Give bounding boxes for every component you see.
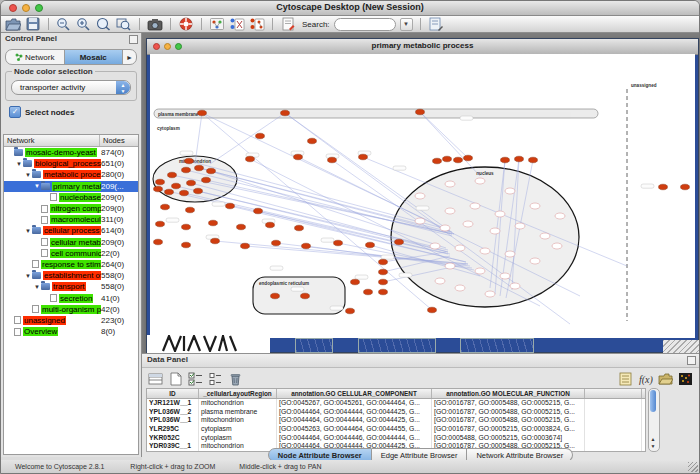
search-input[interactable]: [334, 18, 396, 31]
notes-icon[interactable]: [618, 372, 633, 386]
tree-row-overview[interactable]: Overview8(0): [4, 326, 138, 337]
tree-row-biological-process[interactable]: ▼biological_process651(0): [4, 158, 138, 169]
network-canvas[interactable]: plasma membranecytoplasmmitochondrionnuc…: [150, 54, 695, 338]
save-icon[interactable]: [25, 17, 41, 31]
attribute-list-icon[interactable]: [208, 372, 223, 386]
tree-row-cellular-process[interactable]: ▼cellular process614(0): [4, 225, 138, 236]
tree-row-mosaic-demo-yeast[interactable]: mosaic-demo-yeast874(0): [4, 147, 138, 158]
tree-header-network[interactable]: Network: [4, 135, 100, 146]
tree-row-label: cellular process: [43, 226, 101, 235]
attribute-editor-icon[interactable]: [428, 17, 444, 31]
selected-go-node: [202, 177, 211, 183]
tree-row-secretion[interactable]: secretion41(0): [4, 292, 138, 303]
selected-go-node: [207, 168, 216, 174]
zoom-in-icon[interactable]: [76, 17, 92, 31]
tree-row-response-to-stimulu[interactable]: response to stimulu264(0): [4, 259, 138, 270]
go-term-node: [505, 251, 515, 257]
window-resize-grip[interactable]: [688, 462, 698, 472]
tree-row-cellular-metabo[interactable]: cellular metabo209(0): [4, 237, 138, 248]
tree-row-transport[interactable]: ▼transport558(0): [4, 281, 138, 292]
tree-row-metabolic-process[interactable]: ▼metabolic process280(0): [4, 169, 138, 180]
selected-go-node: [379, 259, 388, 265]
expand-arrow-icon[interactable]: ▼: [24, 172, 32, 178]
tree-row-primary-metabo[interactable]: ▼primary metabo209(...: [4, 181, 138, 192]
folder-icon: [32, 227, 41, 234]
network-edge: [420, 112, 480, 176]
table-cell: [585, 416, 642, 425]
scrollbar-thumb[interactable]: [650, 390, 656, 412]
tree-row-count: 558(0): [101, 271, 138, 280]
column-header-_cellularLayoutRegion[interactable]: _cellularLayoutRegion: [199, 389, 277, 398]
more-tabs-arrow[interactable]: ►: [123, 50, 136, 64]
annotation-icon[interactable]: [280, 17, 296, 31]
overview-icon[interactable]: [209, 17, 225, 31]
matrix-icon[interactable]: [678, 372, 693, 386]
expand-arrow-icon[interactable]: ▼: [15, 161, 23, 167]
search-options-dropdown[interactable]: ▼: [400, 18, 413, 31]
attribute-table-icon[interactable]: [148, 372, 163, 386]
minimized-view-thumbnail[interactable]: [460, 338, 534, 353]
tree-row-cell-communicat[interactable]: cell communicat22(0): [4, 248, 138, 259]
expand-arrow-icon[interactable]: ▼: [33, 183, 41, 189]
zoom-fit-icon[interactable]: [116, 17, 132, 31]
tree-row-unassigned[interactable]: unassigned223(0): [4, 315, 138, 326]
selected-go-node: [295, 225, 304, 231]
minimized-view-thumbnail[interactable]: [358, 338, 436, 353]
selected-go-node: [395, 239, 404, 245]
column-header-annotation.GO CELLULAR_COMPONENT[interactable]: annotation.GO CELLULAR_COMPONENT: [277, 389, 432, 398]
color-attribute-select[interactable]: transporter activity ▲▼: [11, 80, 131, 95]
minimized-view-thumbnail[interactable]: [295, 338, 333, 353]
delete-attribute-icon[interactable]: [228, 372, 243, 386]
table-cell: [GO:0045263, GO:0044464, GO:0044455, G..…: [277, 425, 432, 434]
select-nodes-checkbox[interactable]: ✓: [9, 106, 21, 118]
open-icon[interactable]: [5, 17, 21, 31]
snapshot-icon[interactable]: [147, 17, 163, 31]
tree-row-multi-organism-pro[interactable]: multi-organism pro42(0): [4, 304, 138, 315]
tree-row-macromolecule[interactable]: macromolecule311(0): [4, 214, 138, 225]
column-header-annotation.GO MOLECULAR_FUNCTION[interactable]: annotation.GO MOLECULAR_FUNCTION: [432, 389, 585, 398]
table-row[interactable]: YLR295Ccytoplasm[GO:0045263, GO:0044464,…: [147, 425, 645, 434]
main-toolbar: Search: ▼: [1, 16, 699, 33]
table-row[interactable]: YPL036W__2plasma membrane[GO:0044464, GO…: [147, 408, 645, 417]
control-panel: Control Panel Network Mosaic ► Node colo…: [1, 33, 142, 457]
table-row[interactable]: YKR052Ccytoplasm[GO:0044464, GO:0044446,…: [147, 434, 645, 443]
network-view-titlebar[interactable]: primary metabolic process: [147, 39, 698, 55]
go-term-node: [540, 233, 550, 239]
float-panel-icon[interactable]: [687, 356, 696, 365]
tab-mosaic[interactable]: Mosaic: [65, 50, 124, 64]
go-term-node: [505, 188, 515, 194]
table-vertical-scrollbar[interactable]: ▲▼: [648, 388, 660, 452]
table-row[interactable]: YPL036W__1mitochondrion[GO:0044464, GO:0…: [147, 416, 645, 425]
select-attributes-icon[interactable]: [188, 372, 203, 386]
tree-row-nitrogen-compo[interactable]: nitrogen compo209(0): [4, 203, 138, 214]
tab-network[interactable]: Network: [6, 50, 65, 64]
tree-header-nodes[interactable]: Nodes: [100, 135, 138, 146]
tree-row-nucleobase-[interactable]: nucleobase-209(0): [4, 192, 138, 203]
float-panel-icon[interactable]: [129, 35, 138, 44]
selected-go-node: [185, 158, 194, 164]
table-row[interactable]: YJR121W__1mitochondrion[GO:0045267, GO:0…: [147, 399, 645, 408]
column-header-ID[interactable]: ID: [147, 389, 199, 398]
go-term-node: [515, 223, 525, 229]
zoom-selected-icon[interactable]: [96, 17, 112, 31]
go-term-node: [455, 285, 465, 291]
search-label: Search:: [302, 20, 330, 29]
go-term-node: [530, 203, 540, 209]
expand-arrow-icon[interactable]: ▼: [24, 273, 32, 279]
zoom-out-icon[interactable]: [56, 17, 72, 31]
expand-arrow-icon[interactable]: ▼: [33, 284, 41, 290]
help-icon[interactable]: [178, 17, 194, 31]
tree-row-establishment-of-lo[interactable]: ▼establishment of lo558(0): [4, 270, 138, 281]
formula-icon[interactable]: f(x): [638, 372, 653, 386]
node-label-pill: [330, 306, 343, 310]
go-term-node: [445, 263, 455, 269]
selected-go-node: [302, 243, 311, 249]
frame-resize-corner[interactable]: [663, 340, 699, 353]
layout-a-icon[interactable]: [229, 17, 245, 31]
import-icon[interactable]: [658, 372, 673, 386]
expand-arrow-icon[interactable]: ▼: [24, 228, 32, 234]
table-cell: [GO:0045267, GO:0045261, GO:0044464, G..…: [277, 399, 432, 408]
layout-b-icon[interactable]: [249, 17, 265, 31]
column-header-extra[interactable]: [585, 389, 642, 398]
new-attribute-icon[interactable]: [168, 372, 183, 386]
